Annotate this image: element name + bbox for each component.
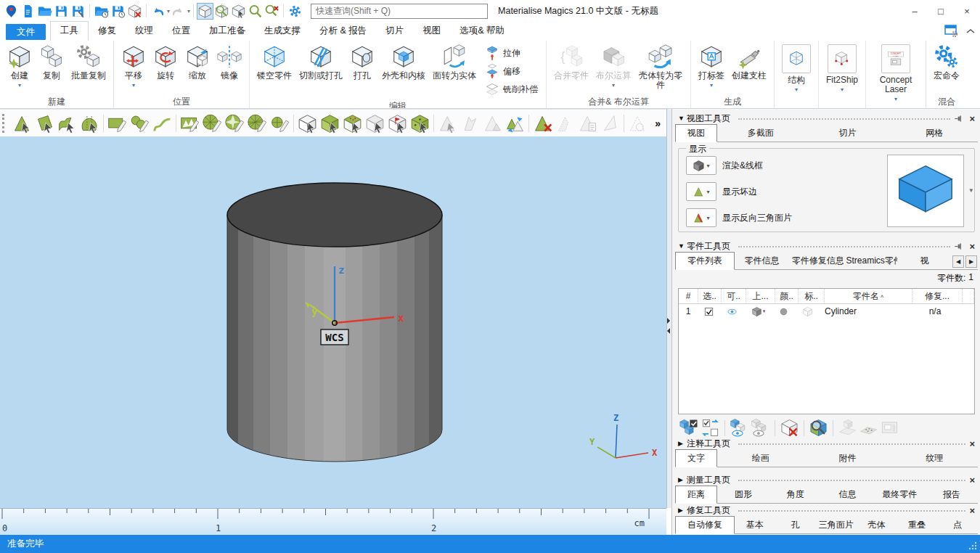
repair-tab-2[interactable]: 基本	[735, 517, 775, 533]
view-tab-4[interactable]: 网格	[891, 125, 978, 142]
column-header[interactable]: #	[679, 289, 698, 303]
translate-button[interactable]: 平移▾	[118, 42, 150, 91]
select-cube-top-icon[interactable]	[342, 113, 363, 134]
annotation-tab-1[interactable]: 文字	[675, 449, 717, 467]
toolbar-overflow-button[interactable]: »	[655, 118, 666, 129]
resize-grip[interactable]	[968, 541, 977, 550]
extrude-button[interactable]: 拉伸	[484, 45, 538, 61]
select-small-brush-icon[interactable]	[269, 113, 290, 134]
macro-button[interactable]: 宏命令	[930, 42, 963, 83]
dropdown-arrow-icon[interactable]: ▾	[795, 87, 798, 93]
select-surface-icon[interactable]	[57, 113, 78, 134]
parts-tab-2[interactable]: 零件信息	[735, 253, 789, 269]
measure-tab-1[interactable]: 距离	[675, 486, 717, 504]
show-inverted-triangles-dropdown[interactable]: ▾	[686, 208, 716, 227]
structures-button[interactable]: 结构▾	[778, 42, 814, 95]
table-row[interactable]: 1▾Cylindern/a	[679, 304, 974, 319]
close-panel-icon[interactable]: ×	[969, 439, 975, 448]
delete-part-icon[interactable]	[780, 418, 799, 438]
fit2ship-button[interactable]: Fit2Ship▾	[822, 42, 862, 95]
unzoom-icon[interactable]	[264, 4, 279, 19]
expand-panel-icon[interactable]: ▶	[678, 476, 687, 483]
pin-panel-icon[interactable]	[954, 114, 963, 123]
column-header[interactable]: 零件名˄	[825, 289, 912, 303]
ribbon-tab-7[interactable]: 分析 & 报告	[310, 22, 376, 41]
close-button[interactable]: ×	[954, 0, 980, 22]
mirror-button[interactable]: 镜像	[213, 42, 245, 83]
dropdown-arrow-icon[interactable]: ▾	[18, 83, 21, 89]
save-project-icon[interactable]	[110, 4, 126, 19]
measure-tab-5[interactable]: 最终零件	[873, 486, 926, 503]
view-tab-2[interactable]: 多截面	[717, 125, 804, 142]
column-header[interactable]: 颜..	[775, 289, 799, 303]
dropdown-arrow-icon[interactable]: ▾	[612, 83, 615, 89]
tabs-scroll-right-icon[interactable]: ▶	[965, 255, 977, 268]
select-cube-marked-icon[interactable]	[387, 113, 408, 134]
load-project-icon[interactable]	[94, 4, 109, 19]
undo-icon[interactable]	[150, 4, 166, 19]
view-tab-1[interactable]: 视图	[675, 124, 717, 142]
ribbon-tab-5[interactable]: 加工准备	[200, 22, 255, 41]
column-header[interactable]: 修复...	[912, 289, 963, 303]
concept-laser-button[interactable]: CONCEPTLASERConcept Laser▾	[870, 42, 922, 105]
visible-eye-icon[interactable]	[720, 304, 744, 319]
parts-tab-3[interactable]: 零件修复信息	[789, 253, 844, 269]
repair-tab-1[interactable]: 自动修复	[675, 516, 735, 534]
zoom-part-icon[interactable]	[214, 4, 229, 19]
select-curve-icon[interactable]	[152, 113, 173, 134]
selected-checkbox[interactable]	[698, 304, 720, 319]
dropdown-arrow-icon[interactable]: ▾	[710, 83, 713, 89]
column-header[interactable]: 选..	[698, 289, 722, 303]
column-header[interactable]: 可..	[722, 289, 746, 303]
show-parts-icon[interactable]	[730, 418, 749, 438]
select-cube-front-icon[interactable]	[297, 113, 318, 134]
maximize-button[interactable]: □	[928, 0, 954, 22]
customize-ribbon-icon[interactable]	[944, 24, 960, 38]
quick-search-input[interactable]	[311, 4, 488, 19]
minimize-button[interactable]: –	[902, 0, 928, 22]
ribbon-tab-9[interactable]: 视图	[413, 22, 450, 41]
select-cube-green-icon[interactable]	[319, 113, 340, 134]
shell-to-part-button[interactable]: 壳体转为零件	[634, 42, 687, 92]
column-header[interactable]: 标..	[799, 289, 825, 303]
measure-tab-2[interactable]: 圆形	[717, 486, 769, 503]
close-panel-icon[interactable]: ×	[969, 242, 975, 251]
save-as-icon[interactable]	[70, 4, 86, 19]
view-tab-3[interactable]: 切片	[804, 125, 891, 142]
duplicate-button[interactable]: 复制	[36, 42, 68, 83]
settings-gear-icon[interactable]	[287, 4, 303, 19]
create-part-button[interactable]: 创建▾	[4, 42, 36, 91]
parts-tab-5[interactable]: 视	[897, 253, 952, 269]
measure-tab-3[interactable]: 角度	[769, 486, 822, 503]
toolbar-drag-handle[interactable]	[2, 114, 7, 133]
select-sector-icon[interactable]	[247, 113, 268, 134]
collapse-panel-icon[interactable]: ▼	[678, 242, 687, 250]
annotation-tab-2[interactable]: 绘画	[717, 450, 804, 467]
unload-part-icon[interactable]	[127, 4, 142, 19]
rotate-button[interactable]: 旋转	[150, 42, 181, 83]
render-mode-cell[interactable]: ▾	[744, 304, 772, 319]
open-file-icon[interactable]	[37, 4, 52, 19]
shell-core-button[interactable]: 外壳和内核	[378, 42, 429, 83]
repair-tab-4[interactable]: 三角面片	[816, 517, 857, 533]
pin-panel-icon[interactable]	[954, 242, 963, 251]
scale-button[interactable]: 缩放	[181, 42, 213, 83]
select-cube-gray-icon[interactable]	[364, 113, 385, 134]
dropdown-arrow-icon[interactable]: ▾	[132, 83, 135, 89]
ribbon-tab-10[interactable]: 选项& 帮助	[450, 22, 514, 41]
expand-panel-icon[interactable]: ▶	[678, 507, 687, 514]
select-triangles-icon[interactable]	[12, 113, 33, 134]
hollow-part-button[interactable]: 镂空零件	[253, 42, 295, 83]
tabs-scroll-left-icon[interactable]: ◀	[952, 255, 964, 268]
repair-tab-7[interactable]: 点	[937, 517, 978, 533]
ribbon-tab-8[interactable]: 切片	[376, 22, 413, 41]
dropdown-arrow-icon[interactable]: ▾	[841, 87, 844, 93]
close-panel-icon[interactable]: ×	[969, 475, 975, 485]
close-panel-icon[interactable]: ×	[969, 506, 975, 515]
splitter-arrow-left-icon[interactable]	[667, 328, 670, 334]
select-brush-icon[interactable]	[202, 113, 223, 134]
expand-panel-icon[interactable]: ▶	[678, 440, 687, 447]
parts-tab-1[interactable]: 零件列表	[675, 252, 735, 270]
show-bad-edges-dropdown[interactable]: ▾	[686, 182, 716, 201]
view-preview-box[interactable]	[887, 155, 964, 227]
